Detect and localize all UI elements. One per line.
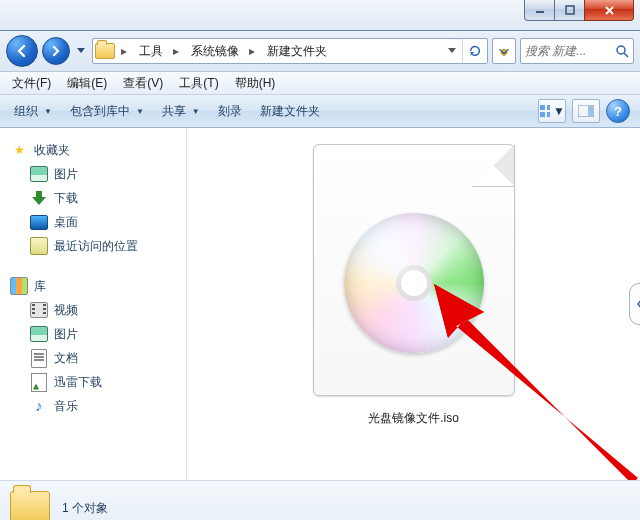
- new-folder-button[interactable]: 新建文件夹: [252, 99, 328, 124]
- sidebar-item-xunlei[interactable]: 迅雷下载: [8, 370, 182, 394]
- sidebar-item-pictures[interactable]: 图片: [8, 162, 182, 186]
- favorites-label: 收藏夹: [34, 142, 70, 159]
- menu-help[interactable]: 帮助(H): [227, 73, 284, 94]
- library-icon: [10, 277, 28, 295]
- folder-icon: [93, 39, 117, 63]
- chevron-right-icon[interactable]: ▸: [117, 39, 131, 63]
- xunlei-icon: [30, 373, 48, 391]
- breadcrumb-seg-tools[interactable]: 工具: [131, 39, 169, 63]
- breadcrumb-bar[interactable]: ▸ 工具 ▸ 系统镜像 ▸ 新建文件夹: [92, 38, 488, 64]
- breadcrumb-seg-newfolder[interactable]: 新建文件夹: [259, 39, 333, 63]
- desktop-icon: [30, 213, 48, 231]
- previous-locations-button[interactable]: [492, 38, 516, 64]
- sidebar-item-recent[interactable]: 最近访问的位置: [8, 234, 182, 258]
- sidebar-item-lib-pictures[interactable]: 图片: [8, 322, 182, 346]
- change-view-button[interactable]: ▼: [538, 99, 566, 123]
- svg-rect-3: [540, 105, 545, 110]
- sidebar-item-documents[interactable]: 文档: [8, 346, 182, 370]
- file-name-label: 光盘镜像文件.iso: [368, 410, 459, 427]
- chevron-right-icon[interactable]: ▸: [169, 39, 183, 63]
- download-icon: [30, 189, 48, 207]
- content-area: ★ 收藏夹 图片 下载 桌面 最近访问的位置 库 视频 图片 文档 迅雷下载 ♪…: [0, 128, 640, 480]
- svg-rect-8: [588, 106, 593, 116]
- disc-icon: [344, 213, 484, 353]
- menu-tools[interactable]: 工具(T): [171, 73, 226, 94]
- include-in-library-button[interactable]: 包含到库中▼: [62, 99, 152, 124]
- pictures-icon: [30, 165, 48, 183]
- menu-edit[interactable]: 编辑(E): [59, 73, 115, 94]
- preview-pane-expander[interactable]: [629, 283, 640, 325]
- favorites-group[interactable]: ★ 收藏夹: [8, 138, 182, 162]
- back-button[interactable]: [6, 35, 38, 67]
- sidebar-item-videos[interactable]: 视频: [8, 298, 182, 322]
- close-button[interactable]: [584, 0, 634, 21]
- burn-button[interactable]: 刻录: [210, 99, 250, 124]
- search-icon[interactable]: [611, 40, 633, 62]
- menu-file[interactable]: 文件(F): [4, 73, 59, 94]
- view-controls: ▼ ?: [538, 99, 630, 123]
- minimize-button[interactable]: [524, 0, 555, 21]
- iso-file-icon: [313, 144, 515, 396]
- menu-view[interactable]: 查看(V): [115, 73, 171, 94]
- status-object-count: 1 个对象: [62, 500, 108, 517]
- svg-rect-4: [540, 112, 545, 117]
- maximize-button[interactable]: [555, 0, 584, 21]
- chevron-down-icon: ▼: [192, 107, 200, 116]
- breadcrumb-dropdown[interactable]: [440, 39, 462, 63]
- command-bar: 组织▼ 包含到库中▼ 共享▼ 刻录 新建文件夹 ▼ ?: [0, 95, 640, 128]
- file-item-iso[interactable]: 光盘镜像文件.iso: [290, 144, 538, 427]
- menubar: 文件(F) 编辑(E) 查看(V) 工具(T) 帮助(H): [0, 72, 640, 95]
- explorer-window: ▸ 工具 ▸ 系统镜像 ▸ 新建文件夹 文件(F) 编辑(E) 查看(V) 工具…: [0, 0, 640, 520]
- chevron-down-icon: ▼: [553, 104, 565, 118]
- recent-icon: [30, 237, 48, 255]
- star-icon: ★: [10, 141, 28, 159]
- titlebar: [0, 0, 640, 31]
- history-dropdown[interactable]: [74, 39, 88, 63]
- svg-point-2: [617, 46, 625, 54]
- breadcrumb-seg-image[interactable]: 系统镜像: [183, 39, 245, 63]
- navigation-bar: ▸ 工具 ▸ 系统镜像 ▸ 新建文件夹: [0, 31, 640, 72]
- preview-pane-button[interactable]: [572, 99, 600, 123]
- folder-icon: [10, 490, 50, 520]
- refresh-button[interactable]: [462, 39, 487, 63]
- svg-rect-0: [536, 11, 544, 13]
- sidebar-item-desktop[interactable]: 桌面: [8, 210, 182, 234]
- search-box[interactable]: [520, 38, 634, 64]
- pictures-icon: [30, 325, 48, 343]
- chevron-down-icon: ▼: [44, 107, 52, 116]
- help-button[interactable]: ?: [606, 99, 630, 123]
- forward-button[interactable]: [42, 37, 70, 65]
- libraries-label: 库: [34, 278, 46, 295]
- window-controls: [524, 0, 634, 21]
- music-icon: ♪: [30, 397, 48, 415]
- svg-rect-6: [547, 112, 550, 117]
- video-icon: [30, 301, 48, 319]
- file-list[interactable]: 光盘镜像文件.iso: [187, 128, 640, 480]
- sidebar-item-downloads[interactable]: 下载: [8, 186, 182, 210]
- document-icon: [30, 349, 48, 367]
- sidebar-item-music[interactable]: ♪音乐: [8, 394, 182, 418]
- chevron-down-icon: ▼: [136, 107, 144, 116]
- chevron-right-icon[interactable]: ▸: [245, 39, 259, 63]
- libraries-group[interactable]: 库: [8, 274, 182, 298]
- share-button[interactable]: 共享▼: [154, 99, 208, 124]
- svg-rect-1: [566, 6, 574, 14]
- search-input[interactable]: [521, 44, 611, 58]
- organize-button[interactable]: 组织▼: [6, 99, 60, 124]
- navigation-pane[interactable]: ★ 收藏夹 图片 下载 桌面 最近访问的位置 库 视频 图片 文档 迅雷下载 ♪…: [0, 128, 187, 480]
- svg-rect-5: [547, 105, 550, 110]
- status-bar: 1 个对象: [0, 480, 640, 520]
